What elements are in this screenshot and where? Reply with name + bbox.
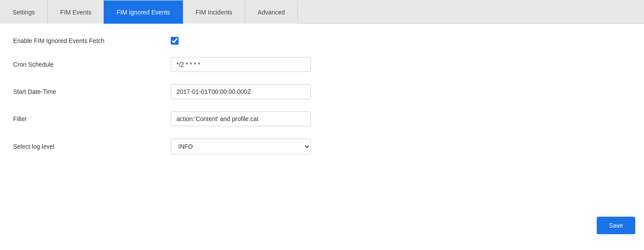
log-level-row: Select log level DEBUG INFO WARNING ERRO… bbox=[13, 139, 631, 154]
log-level-select[interactable]: DEBUG INFO WARNING ERROR CRITICAL bbox=[171, 139, 311, 154]
log-level-label: Select log level bbox=[13, 143, 171, 150]
tab-bar: Settings FIM Events FIM Ignored Events F… bbox=[0, 0, 644, 24]
tab-fim-incidents[interactable]: FIM Incidents bbox=[183, 0, 245, 24]
save-button[interactable]: Save bbox=[597, 217, 635, 234]
filter-row: Filter bbox=[13, 111, 631, 126]
enable-row: Enable FIM Ignored Events Fetch bbox=[13, 37, 631, 45]
cron-row: Cron Schedule bbox=[13, 57, 631, 72]
save-button-container: Save bbox=[597, 217, 635, 234]
tab-settings[interactable]: Settings bbox=[0, 0, 48, 24]
enable-checkbox[interactable] bbox=[171, 37, 179, 45]
start-datetime-label: Start Date-Time bbox=[13, 88, 171, 95]
content-area: Enable FIM Ignored Events Fetch Cron Sch… bbox=[0, 24, 644, 243]
filter-label: Filter bbox=[13, 115, 171, 122]
tab-advanced[interactable]: Advanced bbox=[245, 0, 298, 24]
filter-input[interactable] bbox=[171, 111, 311, 126]
start-datetime-row: Start Date-Time bbox=[13, 84, 631, 99]
enable-label: Enable FIM Ignored Events Fetch bbox=[13, 37, 171, 44]
cron-label: Cron Schedule bbox=[13, 61, 171, 68]
tab-fim-ignored-events[interactable]: FIM Ignored Events bbox=[104, 0, 183, 24]
cron-input[interactable] bbox=[171, 57, 311, 72]
tab-fim-events[interactable]: FIM Events bbox=[48, 0, 104, 24]
start-datetime-input[interactable] bbox=[171, 84, 311, 99]
enable-checkbox-container bbox=[171, 37, 179, 45]
